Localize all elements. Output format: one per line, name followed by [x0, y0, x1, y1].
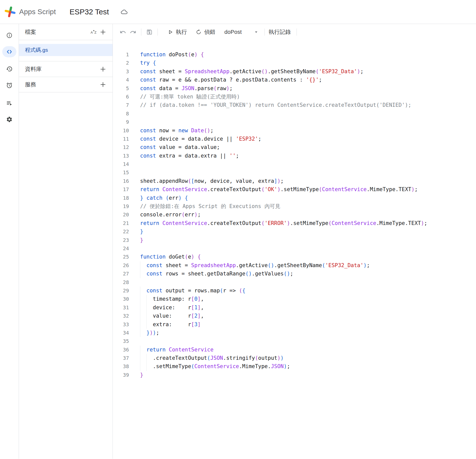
- line-number[interactable]: 21: [113, 219, 140, 227]
- code-line[interactable]: 5const data = JSON.parse(raw);: [113, 84, 476, 93]
- save-project-icon[interactable]: [144, 27, 154, 37]
- function-selector-dropdown[interactable]: doPost: [224, 29, 259, 35]
- code-text[interactable]: return ContentService: [140, 346, 476, 354]
- code-line[interactable]: 15: [113, 168, 476, 177]
- code-line[interactable]: 9: [113, 118, 476, 126]
- file-item-code-gs[interactable]: 程式碼.gs: [19, 44, 113, 56]
- line-number[interactable]: 4: [113, 76, 140, 84]
- code-text[interactable]: }: [140, 236, 476, 244]
- executions-list-icon[interactable]: [2, 97, 16, 109]
- overview-info-icon[interactable]: [2, 30, 16, 41]
- line-number[interactable]: 2: [113, 59, 140, 67]
- line-number[interactable]: 30: [113, 295, 140, 303]
- code-text[interactable]: // 可選:簡單 token 驗證(正式使用時): [140, 93, 476, 101]
- code-text[interactable]: function doGet(e) {: [140, 253, 476, 261]
- line-number[interactable]: 23: [113, 236, 140, 244]
- code-text[interactable]: const output = rows.map(r => ({: [140, 287, 476, 295]
- code-line[interactable]: 26 const sheet = SpreadsheetApp.getActiv…: [113, 261, 476, 270]
- code-line[interactable]: 14: [113, 160, 476, 168]
- code-line[interactable]: 23}: [113, 236, 476, 244]
- line-number[interactable]: 5: [113, 84, 140, 93]
- code-text[interactable]: .createTextOutput(JSON.stringify(output)…: [140, 354, 476, 362]
- line-number[interactable]: 35: [113, 337, 140, 345]
- line-number[interactable]: 14: [113, 160, 140, 168]
- code-text[interactable]: const value = data.value;: [140, 143, 476, 151]
- code-line[interactable]: 30 timestamp: r[0],: [113, 295, 476, 303]
- code-line[interactable]: 11const device = data.device || 'ESP32';: [113, 135, 476, 143]
- code-line[interactable]: 4const raw = e && e.postData ? e.postDat…: [113, 76, 476, 84]
- line-number[interactable]: 29: [113, 287, 140, 295]
- code-text[interactable]: return ContentService.createTextOutput('…: [140, 219, 476, 227]
- add-library-icon[interactable]: [98, 65, 108, 74]
- code-text[interactable]: const sheet = SpreadsheetApp.getActive()…: [140, 261, 476, 270]
- line-number[interactable]: 10: [113, 126, 140, 135]
- code-line[interactable]: 24: [113, 244, 476, 253]
- code-line[interactable]: 29 const output = rows.map(r => ({: [113, 287, 476, 295]
- code-text[interactable]: const data = JSON.parse(raw);: [140, 84, 476, 93]
- line-number[interactable]: 28: [113, 278, 140, 287]
- add-service-icon[interactable]: [98, 80, 108, 89]
- project-history-icon[interactable]: [2, 63, 16, 74]
- line-number[interactable]: 39: [113, 371, 140, 379]
- code-line[interactable]: 18} catch (err) {: [113, 194, 476, 202]
- code-text[interactable]: return ContentService.createTextOutput('…: [140, 185, 476, 194]
- code-text[interactable]: // if (data.token !== 'YOUR_TOKEN') retu…: [140, 101, 476, 109]
- code-line[interactable]: 27 const rows = sheet.getDataRange().get…: [113, 270, 476, 278]
- project-title[interactable]: ESP32 Test: [69, 8, 109, 16]
- code-text[interactable]: [140, 110, 476, 118]
- line-number[interactable]: 32: [113, 312, 140, 320]
- code-text[interactable]: [140, 278, 476, 287]
- code-line[interactable]: 6// 可選:簡單 token 驗證(正式使用時): [113, 93, 476, 101]
- line-number[interactable]: 16: [113, 177, 140, 185]
- run-button[interactable]: 執行: [167, 28, 187, 36]
- line-number[interactable]: 26: [113, 261, 140, 270]
- code-line[interactable]: 32 value: r[2],: [113, 312, 476, 320]
- code-line[interactable]: 10const now = new Date();: [113, 126, 476, 135]
- line-number[interactable]: 33: [113, 320, 140, 329]
- code-line[interactable]: 20console.error(err);: [113, 211, 476, 219]
- line-number[interactable]: 13: [113, 152, 140, 160]
- code-text[interactable]: device: r[1],: [140, 303, 476, 312]
- line-number[interactable]: 15: [113, 168, 140, 177]
- line-number[interactable]: 24: [113, 244, 140, 253]
- code-line[interactable]: 28: [113, 278, 476, 287]
- code-line[interactable]: 39}: [113, 371, 476, 379]
- code-line[interactable]: 1function doPost(e) {: [113, 50, 476, 59]
- editor-code-icon[interactable]: [2, 46, 16, 57]
- code-text[interactable]: try {: [140, 59, 476, 67]
- code-line[interactable]: 25function doGet(e) {: [113, 253, 476, 261]
- code-line[interactable]: 2try {: [113, 59, 476, 67]
- code-line[interactable]: 13const extra = data.extra || '';: [113, 152, 476, 160]
- code-line[interactable]: 16sheet.appendRow([now, device, value, e…: [113, 177, 476, 185]
- code-text[interactable]: const extra = data.extra || '';: [140, 152, 476, 160]
- sort-az-icon[interactable]: A Z: [89, 28, 98, 37]
- code-line[interactable]: 22}: [113, 227, 476, 236]
- code-text[interactable]: value: r[2],: [140, 312, 476, 320]
- code-text[interactable]: timestamp: r[0],: [140, 295, 476, 303]
- undo-icon[interactable]: [118, 27, 128, 37]
- services-section[interactable]: 服務: [19, 77, 113, 92]
- code-line[interactable]: 7// if (data.token !== 'YOUR_TOKEN') ret…: [113, 101, 476, 109]
- line-number[interactable]: 20: [113, 211, 140, 219]
- code-line[interactable]: 21return ContentService.createTextOutput…: [113, 219, 476, 227]
- line-number[interactable]: 3: [113, 67, 140, 76]
- code-text[interactable]: const sheet = SpreadsheetApp.getActive()…: [140, 67, 476, 76]
- code-text[interactable]: [140, 168, 476, 177]
- line-number[interactable]: 27: [113, 270, 140, 278]
- code-line[interactable]: 38 .setMimeType(ContentService.MimeType.…: [113, 362, 476, 371]
- line-number[interactable]: 9: [113, 118, 140, 126]
- code-text[interactable]: }: [140, 227, 476, 236]
- line-number[interactable]: 25: [113, 253, 140, 261]
- code-line[interactable]: 36 return ContentService: [113, 346, 476, 354]
- code-text[interactable]: }));: [140, 329, 476, 337]
- code-text[interactable]: extra: r[3]: [140, 320, 476, 329]
- code-line[interactable]: 8: [113, 110, 476, 118]
- execution-log-button[interactable]: 執行記錄: [269, 28, 291, 36]
- code-line[interactable]: 19// 便於除錯:在 Apps Script 的 Executions 內可見: [113, 202, 476, 211]
- code-text[interactable]: [140, 244, 476, 253]
- line-number[interactable]: 34: [113, 329, 140, 337]
- code-text[interactable]: [140, 118, 476, 126]
- line-number[interactable]: 12: [113, 143, 140, 151]
- code-line[interactable]: 34 }));: [113, 329, 476, 337]
- code-text[interactable]: const now = new Date();: [140, 126, 476, 135]
